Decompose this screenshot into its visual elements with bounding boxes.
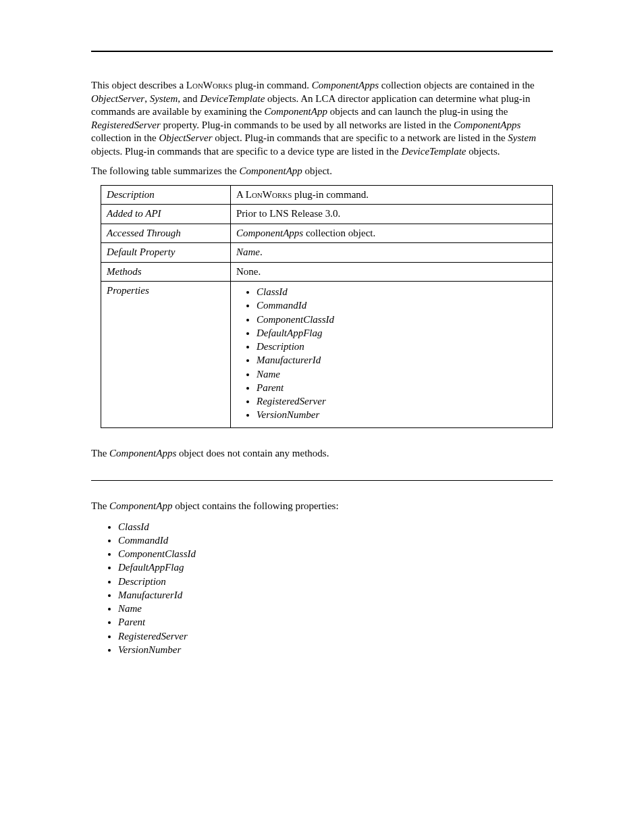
- list-item: DefaultAppFlag: [118, 561, 553, 574]
- list-item: VersionNumber: [257, 408, 547, 421]
- list-item: ComponentClassId: [118, 547, 553, 561]
- text: plug-in command.: [232, 80, 311, 90]
- list-item: ClassId: [257, 285, 547, 298]
- intro-paragraph: This object describes a LonWorks plug-in…: [91, 79, 553, 158]
- system-ref: System: [508, 132, 536, 143]
- row-label: Default Property: [101, 243, 231, 263]
- list-item: Name: [118, 602, 553, 615]
- list-item: ComponentClassId: [257, 313, 547, 326]
- text: The: [91, 448, 109, 459]
- row-label: Methods: [101, 262, 231, 282]
- list-item: CommandId: [118, 533, 553, 547]
- header-rule: [91, 51, 553, 52]
- row-label: Accessed Through: [101, 224, 231, 243]
- table-row: Default Property Name.: [101, 243, 553, 263]
- lonworks-text: onWorks: [192, 80, 232, 90]
- properties-paragraph: The ComponentApp object contains the fol…: [91, 500, 553, 513]
- page-content: This object describes a LonWorks plug-in…: [0, 0, 644, 697]
- list-item: ManufacturerId: [257, 353, 547, 367]
- list-item: CommandId: [257, 298, 547, 312]
- table-row: Added to API Prior to LNS Release 3.0.: [101, 205, 553, 224]
- text: object.: [302, 165, 332, 176]
- list-item: Description: [257, 340, 547, 353]
- devicetemplate-ref: DeviceTemplate: [401, 146, 466, 157]
- text: A L: [236, 189, 252, 200]
- row-value: A LonWorks plug-in command.: [231, 185, 553, 205]
- text: objects and can launch the plug-in using…: [327, 106, 508, 117]
- list-item: Description: [118, 575, 553, 588]
- devicetemplate-ref: DeviceTemplate: [200, 93, 265, 104]
- row-value: None.: [231, 262, 553, 282]
- text: The: [91, 500, 109, 511]
- lonworks-text: onWorks: [252, 189, 292, 200]
- name-ref: Name: [236, 246, 260, 257]
- componentapp-ref: ComponentApp: [240, 165, 302, 176]
- text: The following table summarizes the: [91, 165, 240, 176]
- table-row: Methods None.: [101, 262, 553, 282]
- text: object. Plug-in commands that are specif…: [213, 132, 508, 143]
- table-row: Accessed Through ComponentApps collectio…: [101, 224, 553, 243]
- text: objects.: [466, 146, 500, 157]
- properties-list: ClassId CommandId ComponentClassId Defau…: [91, 520, 553, 657]
- registeredserver-ref: RegisteredServer: [91, 120, 161, 130]
- system-ref: System: [150, 93, 178, 104]
- list-item: ClassId: [118, 520, 553, 533]
- text: , and: [178, 93, 200, 104]
- methods-paragraph: The ComponentApps object does not contai…: [91, 447, 553, 461]
- list-item: ManufacturerId: [118, 588, 553, 602]
- objectserver-ref: ObjectServer: [91, 93, 144, 104]
- text: collection object.: [303, 228, 375, 238]
- text: objects. Plug-in commands that are speci…: [91, 146, 401, 157]
- row-label: Added to API: [101, 205, 231, 224]
- componentapps-ref: ComponentApps: [454, 120, 520, 130]
- list-item: Name: [257, 367, 547, 381]
- table-row: Properties ClassId CommandId ComponentCl…: [101, 282, 553, 428]
- objectserver-ref: ObjectServer: [159, 132, 212, 143]
- text: collection in the: [91, 132, 159, 143]
- componentapp-ref: ComponentApp: [265, 106, 327, 117]
- table-intro-paragraph: The following table summarizes the Compo…: [91, 165, 553, 178]
- list-item: RegisteredServer: [118, 629, 553, 643]
- componentapps-ref: ComponentApps: [236, 228, 303, 238]
- list-item: VersionNumber: [118, 643, 553, 656]
- text: This object describes a L: [91, 80, 192, 90]
- row-value: ClassId CommandId ComponentClassId Defau…: [231, 282, 553, 428]
- componentapps-ref: ComponentApps: [312, 80, 379, 90]
- text: ,: [144, 93, 150, 104]
- list-item: Parent: [118, 615, 553, 629]
- row-label: Properties: [101, 282, 231, 428]
- section-rule: [91, 480, 553, 481]
- text: .: [260, 246, 263, 257]
- text: object contains the following properties…: [172, 500, 338, 511]
- text: object does not contain any methods.: [176, 448, 329, 459]
- row-value: Name.: [231, 243, 553, 263]
- text: collection objects are contained in the: [379, 80, 535, 90]
- properties-cell-list: ClassId CommandId ComponentClassId Defau…: [236, 285, 547, 422]
- table-row: Description A LonWorks plug-in command.: [101, 185, 553, 205]
- componentapps-ref: ComponentApps: [109, 448, 176, 459]
- text: plug-in command.: [292, 189, 369, 200]
- componentapp-ref: ComponentApp: [109, 500, 172, 511]
- row-value: Prior to LNS Release 3.0.: [231, 205, 553, 224]
- list-item: RegisteredServer: [257, 394, 547, 408]
- row-value: ComponentApps collection object.: [231, 224, 553, 243]
- text: property. Plug-in commands to be used by…: [161, 120, 454, 130]
- row-label: Description: [101, 185, 231, 205]
- list-item: DefaultAppFlag: [257, 326, 547, 340]
- summary-table: Description A LonWorks plug-in command. …: [101, 185, 553, 428]
- list-item: Parent: [257, 381, 547, 394]
